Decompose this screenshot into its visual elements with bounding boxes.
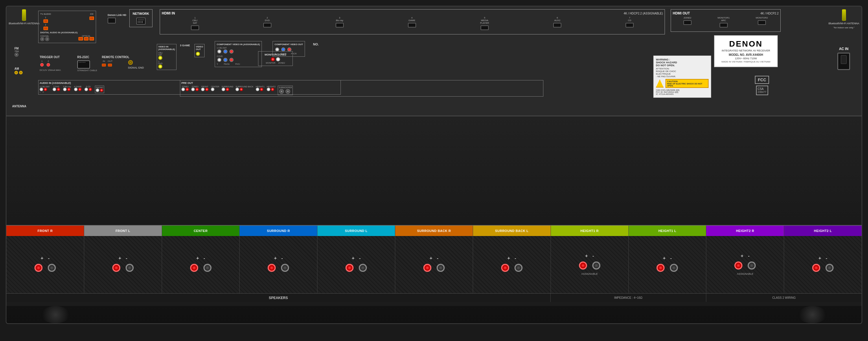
csa-number: 238477 xyxy=(758,91,767,93)
signal-gnd-label: SIGNAL GND xyxy=(128,66,144,69)
comp-in-1-pb xyxy=(223,50,227,54)
hdmi-in-5: 5MEDIAPLAYER xyxy=(480,17,489,32)
binding-posts-area: + - + - xyxy=(6,236,862,293)
denon-info-box: DENON INTEGRATED NETWORK AV RECEIVER MOD… xyxy=(714,35,778,67)
monitor-zone2-section: MONITOR/ZONE2 MONITOR ZONE2 xyxy=(258,51,293,66)
pre-sb-r xyxy=(240,88,243,91)
antenna-label-left: Bluetooth/Wi-Fi ANTENNA xyxy=(9,22,40,25)
pre-out-label: PRE OUT xyxy=(181,82,542,85)
center-pos xyxy=(190,264,198,272)
h2-r-pos xyxy=(734,261,742,270)
coax-2 xyxy=(45,37,49,41)
sb-l-minus: - xyxy=(515,256,516,261)
ch-sb-l-label: SURROUND BACK L xyxy=(473,226,551,236)
am-section: AM xyxy=(14,67,23,74)
remote-control-label: REMOTE CONTROL xyxy=(102,56,129,59)
pre-h1-l xyxy=(256,88,259,91)
h2-r-minus: - xyxy=(748,253,749,258)
front-r-plus: + xyxy=(41,256,43,261)
hdmi-in-3: 3Blu-ray xyxy=(336,17,344,32)
ch-front-r-label: FRONT R xyxy=(6,226,84,236)
am-port-1 xyxy=(14,71,18,74)
h1-l-pm: + - xyxy=(663,256,672,261)
hdmi-in-port-3 xyxy=(336,23,344,28)
h1-l-neg xyxy=(670,264,678,272)
receiver-body: Bluetooth/Wi-Fi ANTENNA FM 75Ω AM ANTENN… xyxy=(6,6,862,324)
pre-h2-r xyxy=(271,88,274,91)
ch-h1-r-label: HEIGHT1 R xyxy=(551,226,629,236)
fcc-logo: FCC xyxy=(755,76,769,84)
denon-brand: DENON xyxy=(719,39,773,49)
surround-r-neg xyxy=(281,264,289,272)
rubber-foot-left xyxy=(41,306,70,323)
hdmi-out-monitor2-port xyxy=(758,20,766,25)
coaxial-sublabel: COAXIAL xyxy=(40,35,49,37)
sb-r-posts: + - xyxy=(395,236,473,293)
ch-h2-r-label: HEIGHT2 R xyxy=(706,226,784,236)
ac-in-section: AC IN xyxy=(837,47,850,73)
optical-2 xyxy=(84,37,89,40)
audio-bluray-r xyxy=(67,88,71,91)
origin-label: MADE IN VIETNAM / FABRIQUE AU VIETNAM xyxy=(719,60,773,63)
pre-out-section: PRE OUT ZONE2 ZONE3 xyxy=(180,80,544,97)
h1-l-terminals xyxy=(655,262,679,273)
trigger-out-1 xyxy=(40,63,44,66)
surround-r-pos xyxy=(268,264,276,272)
dc12v-label: DC12V 150mA MAX. xyxy=(40,69,61,71)
pre-surround-l xyxy=(222,88,225,91)
channel-labels-row: FRONT R FRONT L CENTER SURROUND R SURROU… xyxy=(6,225,862,236)
impedance-footer: IMPEDANCE : 4~16Ω xyxy=(551,293,706,302)
h1-l-plus: + xyxy=(663,256,665,261)
antenna-bottom-label: ANTENNA xyxy=(12,105,26,108)
model-number: AVR-X4400H xyxy=(746,53,763,56)
front-l-minus: - xyxy=(126,256,127,261)
sb-r-plus: + xyxy=(430,256,432,261)
hdmi-out-monitor2: MONITOR2 xyxy=(756,17,768,30)
game-label: 3 GAME xyxy=(180,44,190,47)
hdmi-out-4k: 4K / HDCP2.2 xyxy=(761,12,779,15)
top-panel: Bluetooth/Wi-Fi ANTENNA FM 75Ω AM ANTENN… xyxy=(6,6,862,116)
h2-r-plus: + xyxy=(741,253,743,258)
front-r-minus: - xyxy=(48,256,50,261)
pre-sb-l xyxy=(236,88,239,91)
rs232c-port xyxy=(77,60,90,68)
ch-sb-r-label: SURROUND BACK R xyxy=(395,226,473,236)
digital-audio-label: DIGITAL AUDIO IN (ASSIGNABLE) xyxy=(40,31,94,34)
pre-zone2-l xyxy=(181,88,185,91)
iec-connector xyxy=(837,53,850,70)
warning-section: WARNING : SHOCK HAZARD DO NOT OPEN. ATTE… xyxy=(653,56,711,98)
hdmi-in-4: 4GAME xyxy=(408,17,416,32)
am-port-2 xyxy=(19,71,23,74)
do-not-open: DO NOT OPEN. xyxy=(656,64,709,67)
surround-l-plus: + xyxy=(352,256,354,261)
surround-r-pm: + - xyxy=(274,256,283,261)
component-in-section: COMPONENT VIDEO IN (ASSIGNABLE) 1 CBL/SA… xyxy=(215,41,262,67)
fm-ohm: 75Ω xyxy=(14,50,19,53)
ch-center-label: CENTER xyxy=(162,226,240,236)
pre-surround-r xyxy=(226,88,229,91)
audio-cd-l xyxy=(85,88,88,91)
ch-front-l-label: FRONT L xyxy=(84,226,162,236)
comp-pb-label: Pb/Cb xyxy=(224,63,229,65)
pre-height2: HEIGHT2 xyxy=(267,86,275,95)
class2-footer: CLASS 2 WIRING xyxy=(706,293,862,302)
hdmi-out-label: HDMI OUT xyxy=(673,11,690,15)
remote-control-section: REMOTE CONTROL IN OUT xyxy=(102,56,129,68)
h2-r-terminals xyxy=(733,260,757,271)
h2-l-plus: + xyxy=(818,256,821,261)
comp-in-2-pb xyxy=(223,58,227,62)
pre-h1-r xyxy=(260,88,263,91)
fm-port xyxy=(14,53,19,57)
audio-cblsat-r xyxy=(44,88,47,91)
hdmi-in-port-6 xyxy=(553,23,561,28)
h2-l-minus: - xyxy=(826,256,827,261)
am-label: AM xyxy=(14,67,23,70)
pre-center-port xyxy=(211,88,214,91)
h1-r-neg xyxy=(592,261,600,270)
french-1: RISQUE DE CHOC xyxy=(656,70,709,72)
h1-l-minus: - xyxy=(670,256,672,261)
comp-in-1-y xyxy=(217,50,221,54)
hdmi-in-port-1 xyxy=(191,26,199,30)
optical-sublabel: OPTICAL xyxy=(79,35,94,37)
ch-h1-l-label: HEIGHT1 L xyxy=(629,226,707,236)
